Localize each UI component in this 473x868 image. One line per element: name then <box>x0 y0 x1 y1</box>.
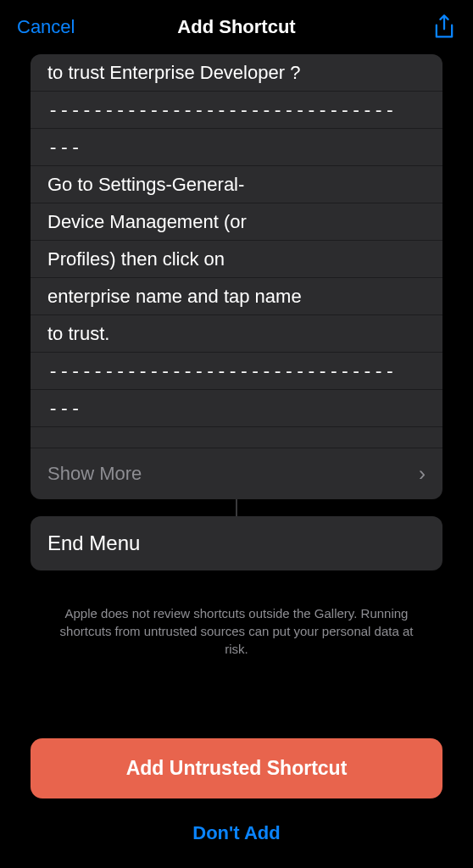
show-more-button[interactable]: Show More › <box>31 448 442 499</box>
end-menu-card: End Menu <box>31 516 442 570</box>
connector-line <box>236 499 237 516</box>
add-untrusted-button[interactable]: Add Untrusted Shortcut <box>31 738 442 798</box>
show-more-label: Show More <box>47 463 142 485</box>
shortcut-description-card: to trust Enterprise Developer ? --------… <box>31 54 442 499</box>
share-button[interactable] <box>432 14 456 41</box>
warning-text: Apple does not review shortcuts outside … <box>31 570 442 675</box>
text-line: Profiles) then click on <box>31 241 442 278</box>
bottom-actions: Add Untrusted Shortcut Don't Add <box>0 738 473 868</box>
text-line: Device Management (or <box>31 203 442 241</box>
chevron-right-icon: › <box>419 462 426 486</box>
dont-add-button[interactable]: Don't Add <box>31 815 442 851</box>
header: Cancel Add Shortcut <box>0 0 473 54</box>
text-line: --- <box>31 129 442 166</box>
cancel-button[interactable]: Cancel <box>17 16 75 38</box>
text-line: ------------------------------- <box>31 353 442 390</box>
text-line: Go to Settings-General- <box>31 166 442 203</box>
share-icon <box>432 14 456 41</box>
text-line: to trust Enterprise Developer ? <box>31 54 442 92</box>
text-line: enterprise name and tap name <box>31 278 442 315</box>
page-title: Add Shortcut <box>177 16 295 38</box>
text-line: to trust. <box>31 315 442 353</box>
text-line: --- <box>31 390 442 427</box>
text-line: ------------------------------- <box>31 92 442 129</box>
content-area: to trust Enterprise Developer ? --------… <box>0 54 473 675</box>
